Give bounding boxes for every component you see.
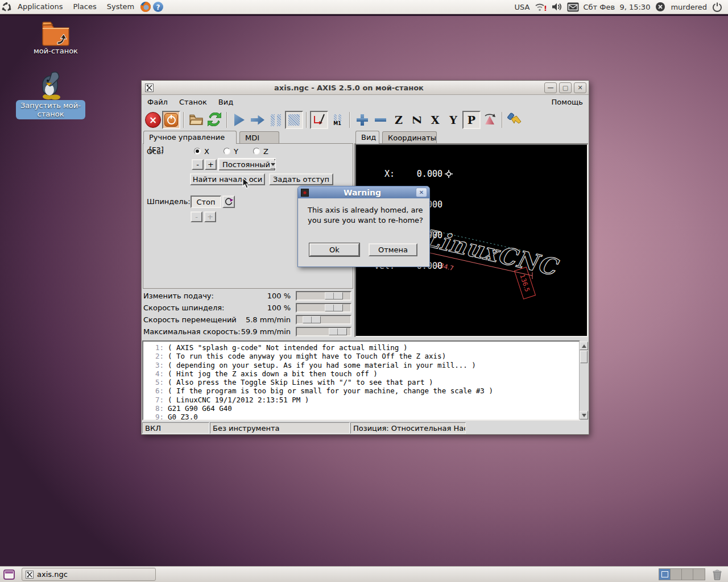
toggle-skip-lines-button[interactable] bbox=[310, 111, 328, 129]
help-launcher-icon[interactable]: ? bbox=[152, 1, 164, 13]
clock[interactable]: Сбт Фев 9, 15:30 bbox=[584, 3, 651, 11]
spindle-faster-button[interactable]: + bbox=[204, 211, 216, 222]
radio-axis-y[interactable] bbox=[224, 148, 230, 155]
touch-off-button[interactable]: Задать отступ bbox=[269, 173, 333, 185]
scrollbar-thumb[interactable] bbox=[580, 351, 588, 363]
view-top-button[interactable]: Z bbox=[390, 111, 408, 129]
open-file-button[interactable] bbox=[187, 111, 205, 129]
radio-axis-z[interactable] bbox=[253, 148, 260, 155]
jog-plus-button[interactable]: + bbox=[205, 159, 217, 170]
distributor-logo-icon[interactable] bbox=[0, 1, 13, 13]
zoom-in-button[interactable] bbox=[353, 111, 371, 129]
estop-button[interactable]: × bbox=[144, 111, 162, 129]
gcode-line[interactable]: 2:( To run this code anyway you might ha… bbox=[143, 352, 579, 360]
dialog-cancel-button[interactable]: Отмена bbox=[369, 243, 417, 256]
workspace-4[interactable] bbox=[693, 569, 705, 580]
volume-icon[interactable] bbox=[551, 1, 563, 13]
maximize-button[interactable]: ▢ bbox=[559, 82, 572, 93]
home-axis-button[interactable]: Найти начало оси bbox=[190, 173, 265, 185]
reload-file-button[interactable] bbox=[205, 111, 224, 129]
workspace-3[interactable] bbox=[682, 569, 693, 580]
desktop-icon-folder[interactable]: мой-станок bbox=[28, 20, 83, 55]
clear-plot-button[interactable] bbox=[506, 111, 524, 129]
workspace-switcher[interactable] bbox=[659, 568, 705, 580]
zoom-out-button[interactable] bbox=[371, 111, 390, 129]
mail-indicator-icon[interactable] bbox=[567, 1, 580, 13]
trash-icon[interactable] bbox=[711, 568, 723, 581]
tab-preview[interactable]: Вид bbox=[355, 131, 379, 144]
username-label[interactable]: murdered bbox=[671, 3, 707, 11]
menu-machine[interactable]: Станок bbox=[173, 95, 213, 109]
view-perspective-button[interactable]: P bbox=[462, 111, 481, 129]
panel-shadow-strip bbox=[0, 14, 728, 16]
menu-places[interactable]: Places bbox=[68, 0, 101, 14]
feed-override-slider[interactable] bbox=[296, 291, 351, 301]
slider-handle[interactable] bbox=[329, 328, 347, 335]
spindle-slower-button[interactable]: - bbox=[191, 211, 202, 222]
spindle-override-slider[interactable] bbox=[296, 303, 351, 313]
gcode-line[interactable]: 8:G21 G90 G64 G40 bbox=[143, 404, 579, 413]
menu-view[interactable]: Вид bbox=[213, 95, 239, 109]
gcode-line[interactable]: 3:( depending on your setup. As if you h… bbox=[143, 361, 579, 369]
dialog-close-button[interactable]: ✕ bbox=[416, 188, 427, 197]
stop-program-button[interactable] bbox=[285, 111, 303, 129]
pause-program-button[interactable] bbox=[267, 111, 285, 129]
view-front-y-button[interactable]: Y bbox=[444, 111, 462, 129]
scroll-down-arrow[interactable] bbox=[580, 411, 588, 419]
tab-manual-control[interactable]: Ручное управление [F3] bbox=[143, 131, 237, 144]
optional-pause-button[interactable]: M1 bbox=[328, 111, 346, 129]
gcode-line[interactable]: 9:G0 Z3.0 bbox=[143, 413, 579, 421]
gcode-line[interactable]: 4:( Hint jog the Z axis down a bit then … bbox=[143, 369, 579, 378]
slider-handle[interactable] bbox=[303, 316, 321, 323]
menu-applications[interactable]: Applications bbox=[13, 0, 68, 14]
dropdown-arrow-icon bbox=[270, 160, 276, 169]
gcode-line[interactable]: 7:( LinuxCNC 19/1/2012 2:13:51 PM ) bbox=[143, 396, 579, 404]
taskbar-window-icon bbox=[26, 571, 34, 579]
machine-power-button[interactable] bbox=[162, 111, 180, 129]
run-step-button[interactable] bbox=[249, 111, 267, 129]
jog-speed-label: Скорость перемещений bbox=[143, 315, 237, 324]
network-wifi-icon[interactable]: ! bbox=[534, 1, 547, 13]
menu-file[interactable]: Файл bbox=[142, 95, 173, 109]
scroll-up-arrow[interactable] bbox=[580, 342, 588, 350]
spindle-plus-label: + bbox=[207, 213, 213, 221]
window-titlebar[interactable]: axis.ngc - AXIS 2.5.0 on мой-станок — ▢ … bbox=[142, 81, 589, 95]
jog-speed-slider[interactable] bbox=[296, 315, 351, 325]
show-desktop-button[interactable] bbox=[2, 568, 16, 580]
me-menu-presence-icon[interactable] bbox=[654, 1, 667, 13]
max-velocity-label: Максимальная скорость: bbox=[143, 327, 241, 336]
gcode-listing[interactable]: 1:( AXIS "splash g-code" Not intended fo… bbox=[142, 340, 580, 421]
workspace-1-active[interactable] bbox=[659, 569, 671, 580]
view-rotated-top-button[interactable]: Z bbox=[408, 111, 426, 129]
desktop-icon-launcher[interactable]: Запустить мой-станок bbox=[16, 68, 85, 119]
radio-axis-x[interactable] bbox=[194, 148, 201, 155]
tab-dro[interactable]: Координаты bbox=[382, 131, 437, 144]
zoom-out-icon bbox=[375, 118, 386, 122]
firefox-launcher-icon[interactable] bbox=[139, 1, 152, 13]
dialog-titlebar[interactable]: Warning ✕ bbox=[298, 186, 429, 198]
gcode-line[interactable]: 1:( AXIS "splash g-code" Not intended fo… bbox=[143, 343, 579, 352]
max-velocity-slider[interactable] bbox=[296, 327, 351, 336]
slider-handle[interactable] bbox=[325, 304, 343, 311]
menu-help[interactable]: Помощь bbox=[546, 95, 589, 109]
menu-system[interactable]: System bbox=[102, 0, 139, 14]
session-power-icon[interactable] bbox=[711, 1, 723, 13]
run-program-button[interactable] bbox=[230, 111, 249, 129]
workspace-2[interactable] bbox=[671, 569, 682, 580]
taskbar-window-button[interactable]: axis.ngc bbox=[22, 568, 156, 581]
rotate-view-button[interactable] bbox=[481, 111, 499, 129]
jog-speed-dropdown[interactable]: Постоянный bbox=[218, 159, 275, 171]
slider-handle[interactable] bbox=[325, 292, 343, 300]
gcode-line[interactable]: 5:( Also press the Toggle Skip Lines wit… bbox=[143, 378, 579, 386]
gcode-scrollbar[interactable] bbox=[579, 342, 588, 419]
gcode-line[interactable]: 6:( If the program is too big or small f… bbox=[143, 386, 579, 395]
close-button[interactable]: ✕ bbox=[574, 82, 586, 93]
tab-mdi[interactable]: MDI [F5] bbox=[239, 131, 279, 144]
spindle-stop-button[interactable]: Стоп bbox=[191, 196, 221, 208]
view-side-x-button[interactable]: X bbox=[426, 111, 444, 129]
minimize-button[interactable]: — bbox=[544, 82, 557, 93]
jog-minus-button[interactable]: - bbox=[192, 159, 204, 170]
dialog-ok-button[interactable]: Ok bbox=[309, 243, 359, 256]
spindle-forward-button[interactable] bbox=[222, 196, 235, 208]
keyboard-layout-indicator[interactable]: USA bbox=[515, 3, 530, 11]
